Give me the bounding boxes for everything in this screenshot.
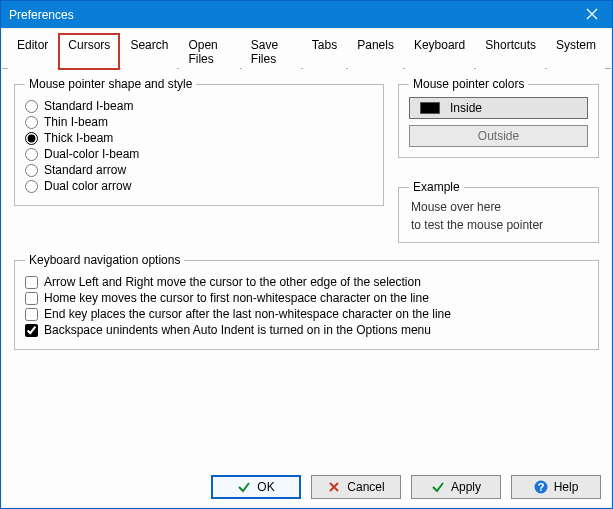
help-button[interactable]: ? Help (511, 475, 601, 499)
inside-color-swatch (420, 102, 440, 114)
tab-body: Mouse pointer shape and style Standard I… (2, 69, 611, 368)
colors-legend: Mouse pointer colors (409, 77, 528, 91)
shape-label-0: Standard I-beam (44, 99, 133, 113)
tab-open-files[interactable]: Open Files (179, 34, 239, 69)
keyboard-label-2: End key places the cursor after the last… (44, 307, 451, 321)
keyboard-option-1[interactable]: Home key moves the cursor to first non-w… (25, 291, 588, 305)
keyboard-option-0[interactable]: Arrow Left and Right move the cursor to … (25, 275, 588, 289)
cancel-label: Cancel (347, 480, 384, 494)
shape-radio-2[interactable] (25, 132, 38, 145)
ok-button[interactable]: OK (211, 475, 301, 499)
example-line2: to test the mouse pointer (411, 218, 586, 234)
tab-editor[interactable]: Editor (8, 34, 57, 69)
window-title: Preferences (9, 8, 74, 22)
shape-label-4: Standard arrow (44, 163, 126, 177)
shape-option-2[interactable]: Thick I-beam (25, 131, 373, 145)
shape-radio-1[interactable] (25, 116, 38, 129)
shape-label-3: Dual-color I-beam (44, 147, 139, 161)
keyboard-checkbox-3[interactable] (25, 324, 38, 337)
shape-label-2: Thick I-beam (44, 131, 113, 145)
cancel-icon (327, 480, 341, 494)
example-line1: Mouse over here (411, 200, 586, 216)
shape-radio-5[interactable] (25, 180, 38, 193)
tab-save-files[interactable]: Save Files (242, 34, 301, 69)
apply-label: Apply (451, 480, 481, 494)
inside-color-label: Inside (450, 101, 482, 115)
content-area: EditorCursorsSearchOpen FilesSave FilesT… (2, 29, 611, 507)
shape-fieldset: Mouse pointer shape and style Standard I… (14, 77, 384, 206)
keyboard-option-2[interactable]: End key places the cursor after the last… (25, 307, 588, 321)
tab-system[interactable]: System (547, 34, 605, 69)
colors-fieldset: Mouse pointer colors Inside Outside (398, 77, 599, 158)
outside-color-button[interactable]: Outside (409, 125, 588, 147)
tab-shortcuts[interactable]: Shortcuts (476, 34, 545, 69)
shape-radio-0[interactable] (25, 100, 38, 113)
shape-option-4[interactable]: Standard arrow (25, 163, 373, 177)
preferences-window: Preferences EditorCursorsSearchOpen File… (0, 0, 613, 509)
tab-search[interactable]: Search (121, 34, 177, 69)
example-fieldset: Example Mouse over here to test the mous… (398, 180, 599, 243)
title-bar: Preferences (1, 1, 612, 28)
tab-keyboard[interactable]: Keyboard (405, 34, 474, 69)
close-button[interactable] (572, 1, 612, 28)
ok-label: OK (257, 480, 274, 494)
check-icon (237, 480, 251, 494)
shape-radio-4[interactable] (25, 164, 38, 177)
tab-cursors[interactable]: Cursors (59, 34, 119, 69)
close-icon (586, 7, 598, 23)
shape-option-5[interactable]: Dual color arrow (25, 179, 373, 193)
keyboard-legend: Keyboard navigation options (25, 253, 184, 267)
keyboard-checkbox-0[interactable] (25, 276, 38, 289)
cancel-button[interactable]: Cancel (311, 475, 401, 499)
help-label: Help (554, 480, 579, 494)
keyboard-fieldset: Keyboard navigation options Arrow Left a… (14, 253, 599, 350)
keyboard-option-3[interactable]: Backspace unindents when Auto Indent is … (25, 323, 588, 337)
tab-panels[interactable]: Panels (348, 34, 403, 69)
check-icon (431, 480, 445, 494)
shape-radio-3[interactable] (25, 148, 38, 161)
tab-strip: EditorCursorsSearchOpen FilesSave FilesT… (2, 29, 611, 69)
keyboard-label-1: Home key moves the cursor to first non-w… (44, 291, 429, 305)
shape-label-1: Thin I-beam (44, 115, 108, 129)
keyboard-label-3: Backspace unindents when Auto Indent is … (44, 323, 431, 337)
shape-option-0[interactable]: Standard I-beam (25, 99, 373, 113)
inside-color-button[interactable]: Inside (409, 97, 588, 119)
tab-tabs[interactable]: Tabs (303, 34, 346, 69)
svg-text:?: ? (537, 481, 544, 493)
example-area[interactable]: Mouse over here to test the mouse pointe… (409, 200, 588, 238)
keyboard-checkbox-1[interactable] (25, 292, 38, 305)
example-legend: Example (409, 180, 464, 194)
button-bar: OK Cancel Apply ? Help (211, 475, 601, 499)
apply-button[interactable]: Apply (411, 475, 501, 499)
shape-legend: Mouse pointer shape and style (25, 77, 196, 91)
shape-label-5: Dual color arrow (44, 179, 131, 193)
keyboard-label-0: Arrow Left and Right move the cursor to … (44, 275, 421, 289)
help-icon: ? (534, 480, 548, 494)
shape-option-1[interactable]: Thin I-beam (25, 115, 373, 129)
outside-color-label: Outside (478, 129, 519, 143)
shape-option-3[interactable]: Dual-color I-beam (25, 147, 373, 161)
keyboard-checkbox-2[interactable] (25, 308, 38, 321)
